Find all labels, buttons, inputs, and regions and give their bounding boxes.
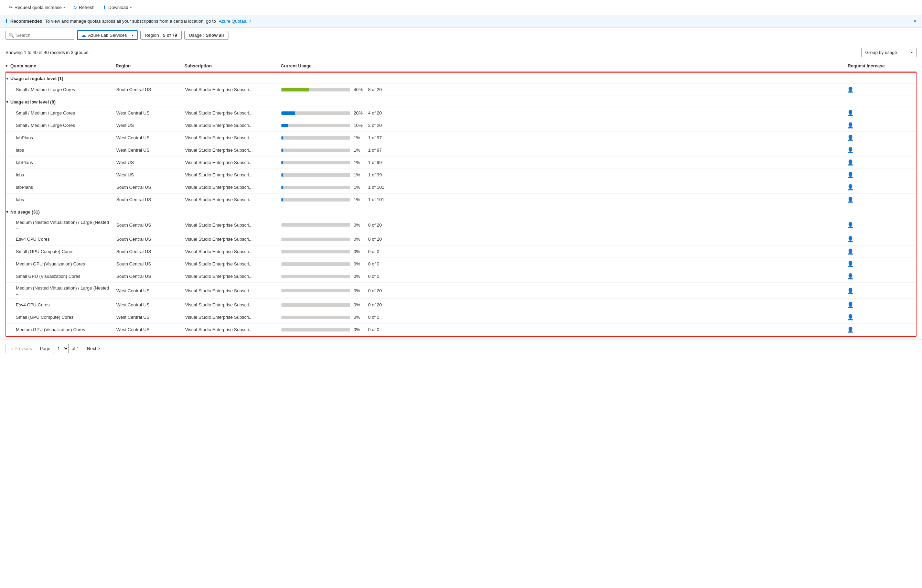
group-label-low[interactable]: ▾ Usage at low level (8) [6, 100, 116, 105]
quota-name-cell: Small / Medium / Large Cores [6, 123, 116, 128]
quota-name-cell: labs [6, 147, 116, 153]
usage-filter-tag[interactable]: Usage : Show all [185, 31, 229, 39]
region-cell: West Central US [116, 147, 185, 153]
request-increase-icon[interactable]: 👤 [847, 184, 854, 191]
request-increase-icon[interactable]: 👤 [847, 287, 854, 294]
usage-cell: 0% 0 of 0 [281, 327, 847, 332]
subscription-cell: Visual Studio Enterprise Subscri... [185, 147, 281, 153]
usage-label: Usage [189, 33, 202, 38]
summary-row: Showing 1 to 40 of 40 records in 3 group… [5, 46, 917, 60]
table-row: Small (GPU Compute) Cores West Central U… [6, 311, 916, 323]
table-row: labs South Central US Visual Studio Ente… [6, 194, 916, 206]
previous-button[interactable]: < Previous [5, 344, 37, 353]
group-chevron-low[interactable]: ▾ [6, 100, 8, 104]
usage-pct: 0% [354, 237, 365, 242]
col-subscription: Subscription [185, 63, 281, 69]
table-row: Esv4 CPU Cores West Central US Visual St… [6, 299, 916, 311]
request-increase-cell: 👤 [847, 236, 916, 242]
progress-bar-fill [281, 111, 295, 115]
col-current-usage[interactable]: Current Usage ↓ [281, 63, 848, 69]
request-increase-cell: 👤 [847, 159, 916, 166]
request-quota-button[interactable]: ✏ Request quota increase ▾ [5, 3, 69, 12]
subscription-cell: Visual Studio Enterprise Subscri... [185, 185, 281, 190]
region-cell: South Central US [116, 261, 185, 266]
request-increase-icon[interactable]: 👤 [847, 159, 854, 166]
progress-bar-bg [281, 161, 350, 164]
progress-bar-bg [281, 111, 350, 115]
progress-bar-bg [281, 88, 350, 91]
usage-cell: 0% 0 of 0 [281, 249, 847, 254]
request-increase-icon[interactable]: 👤 [847, 302, 854, 308]
download-button[interactable]: ⬇ Download ▾ [100, 3, 135, 12]
request-increase-icon[interactable]: 👤 [847, 236, 854, 242]
cloud-icon: ☁ [81, 32, 86, 38]
search-box[interactable]: 🔍 [5, 31, 74, 39]
quota-name-cell: labPlans [6, 160, 116, 165]
region-cell: West Central US [116, 288, 185, 293]
usage-pct: 1% [354, 172, 365, 177]
progress-bar-bg [281, 173, 350, 177]
request-increase-icon[interactable]: 👤 [847, 196, 854, 203]
progress-bar-bg [281, 124, 350, 127]
request-increase-icon[interactable]: 👤 [847, 314, 854, 320]
group-header-regular: ▾ Usage at regular level (1) [6, 73, 916, 83]
usage-cell: 1% 1 of 101 [281, 185, 847, 190]
refresh-button[interactable]: ↻ Refresh [70, 3, 98, 12]
request-increase-icon[interactable]: 👤 [847, 326, 854, 333]
next-button[interactable]: Next > [82, 344, 105, 353]
subscription-cell: Visual Studio Enterprise Subscri... [185, 249, 281, 254]
subscription-cell: Visual Studio Enterprise Subscri... [185, 327, 281, 332]
usage-count: 1 of 101 [368, 185, 392, 190]
request-increase-cell: 👤 [847, 134, 916, 141]
search-input[interactable] [16, 33, 71, 38]
group-label-regular[interactable]: ▾ Usage at regular level (1) [6, 76, 116, 81]
subscription-cell: Visual Studio Enterprise Subscri... [185, 172, 281, 177]
progress-bar-bg [281, 275, 350, 278]
group-label-no_usage[interactable]: ▾ No usage (31) [6, 209, 116, 215]
request-increase-icon[interactable]: 👤 [847, 86, 854, 93]
quota-name-cell: Small GPU (Visualization) Cores [6, 274, 116, 279]
progress-bar-fill [281, 198, 283, 201]
request-increase-cell: 👤 [847, 261, 916, 267]
request-increase-cell: 👤 [847, 86, 916, 93]
usage-count: 1 of 97 [368, 135, 392, 140]
request-increase-icon[interactable]: 👤 [847, 273, 854, 279]
request-increase-icon[interactable]: 👤 [847, 147, 854, 154]
banner-close-button[interactable]: × [914, 18, 917, 24]
usage-cell: 1% 1 of 99 [281, 172, 847, 177]
group-header-low: ▾ Usage at low level (8) [6, 96, 916, 107]
request-increase-icon[interactable]: 👤 [847, 134, 854, 141]
group-by-label: Group by usage [865, 50, 897, 55]
group-chevron-no_usage[interactable]: ▾ [6, 210, 8, 214]
service-filter-dropdown[interactable]: ☁ Azure Lab Services ▾ [77, 30, 137, 40]
of-label: of 1 [72, 346, 79, 351]
usage-pct: 1% [354, 147, 365, 153]
group-chevron-regular[interactable]: ▾ [6, 76, 8, 81]
group-by-select[interactable]: Group by usage ▾ [862, 48, 917, 57]
usage-pct: 0% [354, 302, 365, 307]
azure-quotas-link[interactable]: Azure Quotas. ↗ [219, 19, 252, 24]
col-quota-name[interactable]: ▾ Quota name [5, 63, 116, 69]
table-container: ▾ Quota name Region Subscription Current… [5, 60, 917, 336]
progress-bar-bg [281, 250, 350, 253]
usage-count: 0 of 0 [368, 249, 392, 254]
request-increase-icon[interactable]: 👤 [847, 248, 854, 255]
table-row: labs West Central US Visual Studio Enter… [6, 144, 916, 157]
usage-cell: 1% 1 of 99 [281, 160, 847, 165]
summary-text: Showing 1 to 40 of 40 records in 3 group… [5, 50, 90, 55]
region-cell: West Central US [116, 315, 185, 320]
table-row: Medium GPU (Visualization) Cores West Ce… [6, 323, 916, 336]
request-increase-icon[interactable]: 👤 [847, 110, 854, 116]
request-increase-icon[interactable]: 👤 [847, 261, 854, 267]
progress-bar-bg [281, 238, 350, 241]
progress-bar-fill [281, 149, 283, 152]
request-increase-icon[interactable]: 👤 [847, 222, 854, 228]
region-cell: West US [116, 172, 185, 177]
page-select[interactable]: 1 [53, 344, 69, 353]
usage-count: 0 of 20 [368, 237, 392, 242]
table-header: ▾ Quota name Region Subscription Current… [5, 60, 917, 72]
request-increase-icon[interactable]: 👤 [847, 122, 854, 129]
request-increase-icon[interactable]: 👤 [847, 172, 854, 178]
region-filter-tag[interactable]: Region : 5 of 79 [141, 31, 181, 39]
collapse-all-icon[interactable]: ▾ [5, 64, 8, 68]
